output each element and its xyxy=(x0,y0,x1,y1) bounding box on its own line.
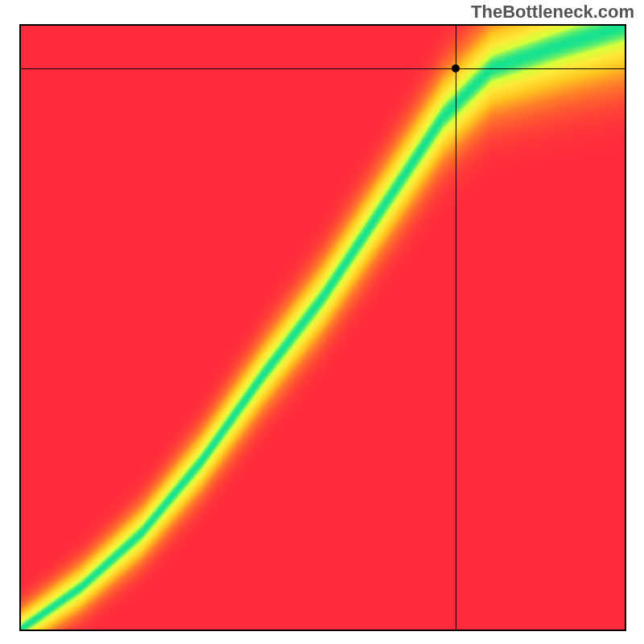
selection-marker xyxy=(452,64,460,72)
watermark-text: TheBottleneck.com xyxy=(471,2,634,23)
heatmap-canvas xyxy=(21,26,625,630)
heatmap-plot xyxy=(19,24,626,631)
crosshair-vertical xyxy=(456,26,456,630)
crosshair-horizontal xyxy=(21,68,625,69)
